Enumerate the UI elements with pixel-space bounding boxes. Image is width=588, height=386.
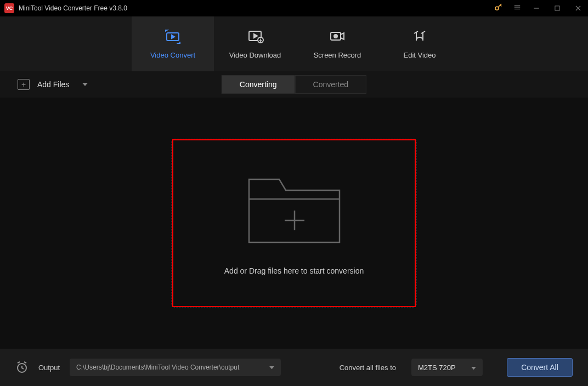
output-path-text: C:\Users\bj\Documents\MiniTool Video Con…: [76, 364, 239, 371]
app-icon: VC: [4, 3, 14, 13]
tab-converted[interactable]: Converted: [295, 75, 367, 94]
close-button[interactable]: [573, 3, 584, 14]
svg-point-0: [495, 7, 499, 10]
tab-label: Video Download: [229, 51, 281, 59]
output-label: Output: [38, 364, 60, 372]
svg-marker-15: [82, 83, 88, 86]
dropzone[interactable]: Add or Drag files here to start conversi…: [172, 139, 416, 307]
maximize-button[interactable]: [552, 3, 563, 14]
clock-icon[interactable]: [15, 361, 29, 374]
minimize-button[interactable]: [531, 3, 542, 14]
add-files-button[interactable]: + Add Files: [18, 79, 88, 90]
convert-all-label: Convert all files to: [340, 364, 396, 372]
video-convert-icon: [164, 29, 182, 44]
menu-icon[interactable]: [513, 3, 521, 13]
chevron-down-icon: [471, 364, 476, 372]
page-title: MiniTool Video Converter Free v3.8.0: [19, 4, 127, 12]
titlebar-controls: [494, 2, 584, 14]
tab-video-convert[interactable]: Video Convert: [132, 16, 214, 71]
folder-plus-icon: [246, 171, 342, 250]
edit-video-icon: [411, 29, 428, 44]
add-file-icon: +: [18, 79, 30, 90]
titlebar-left: VC MiniTool Video Converter Free v3.8.0: [4, 3, 494, 13]
tab-label: Screen Record: [314, 51, 361, 59]
tab-converting[interactable]: Converting: [222, 75, 295, 94]
svg-marker-20: [269, 366, 274, 369]
format-selected-text: M2TS 720P: [418, 364, 456, 372]
screen-record-icon: [329, 29, 346, 44]
status-tabs: Converting Converted: [222, 75, 366, 94]
output-path-select[interactable]: C:\Users\bj\Documents\MiniTool Video Con…: [70, 359, 281, 376]
dropzone-text: Add or Drag files here to start conversi…: [224, 266, 364, 275]
add-files-label: Add Files: [37, 80, 69, 89]
video-download-icon: [246, 29, 264, 44]
tab-video-download[interactable]: Video Download: [214, 16, 296, 71]
chevron-down-icon: [269, 364, 274, 371]
svg-marker-21: [471, 366, 476, 369]
svg-rect-5: [555, 6, 559, 10]
content-area: Add or Drag files here to start conversi…: [0, 98, 588, 349]
chevron-down-icon: [82, 82, 88, 87]
svg-point-14: [334, 35, 337, 38]
format-select[interactable]: M2TS 720P: [411, 359, 483, 376]
svg-marker-9: [172, 35, 174, 38]
tab-label: Video Convert: [150, 51, 195, 59]
convert-all-button[interactable]: Convert All: [507, 358, 573, 377]
key-icon[interactable]: [494, 2, 504, 14]
main-tabs: Video Convert Video Download Screen Reco…: [0, 16, 588, 71]
tab-label: Edit Video: [403, 51, 436, 59]
titlebar: VC MiniTool Video Converter Free v3.8.0: [0, 0, 588, 16]
bottombar: Output C:\Users\bj\Documents\MiniTool Vi…: [0, 349, 588, 386]
tab-edit-video[interactable]: Edit Video: [378, 16, 461, 71]
svg-marker-11: [254, 34, 257, 38]
toolbar: + Add Files Converting Converted: [0, 71, 588, 98]
tab-screen-record[interactable]: Screen Record: [296, 16, 378, 71]
